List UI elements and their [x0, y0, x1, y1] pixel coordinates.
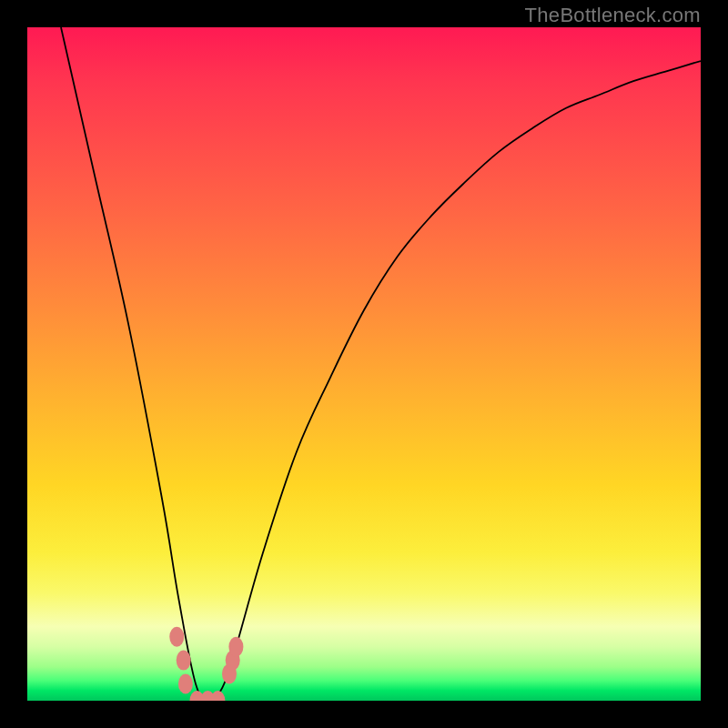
- chart-frame: TheBottleneck.com: [0, 0, 728, 728]
- watermark-text: TheBottleneck.com: [525, 4, 701, 27]
- bottleneck-curve: [61, 27, 701, 701]
- curve-svg: [27, 27, 701, 701]
- marker-dot: [178, 674, 193, 694]
- marker-dot: [228, 637, 243, 657]
- marker-dot: [177, 651, 191, 671]
- highlight-markers: [169, 627, 243, 701]
- plot-area: [27, 27, 701, 701]
- marker-dot: [210, 691, 225, 701]
- marker-dot: [169, 627, 184, 647]
